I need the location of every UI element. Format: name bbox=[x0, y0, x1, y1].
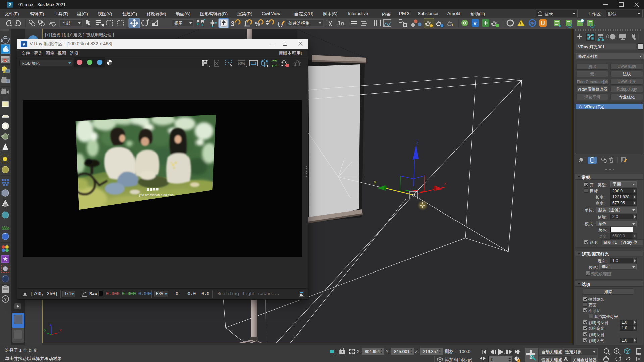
svg-text:z: z bbox=[50, 322, 52, 326]
svg-text:-219.357: -219.357 bbox=[422, 349, 438, 354]
svg-text:设置关键点: 设置关键点 bbox=[541, 358, 562, 362]
svg-text:x: x bbox=[444, 181, 446, 186]
svg-text:yod əmosbnah a əd b'əh: yod əmosbnah a əd b'əh bbox=[139, 193, 174, 197]
svg-text:QR: QR bbox=[529, 21, 535, 25]
svg-text:X:: X: bbox=[357, 349, 361, 354]
svg-text:%: % bbox=[255, 21, 260, 27]
svg-text:栅格 = 100.0: 栅格 = 100.0 bbox=[444, 349, 470, 354]
svg-text:全部: 全部 bbox=[62, 21, 70, 26]
svg-text:50%: 50% bbox=[238, 61, 245, 65]
svg-text:关键点过滤器..: 关键点过滤器.. bbox=[573, 358, 599, 362]
svg-text:-804.654: -804.654 bbox=[363, 349, 380, 354]
svg-text:!: ! bbox=[520, 21, 521, 26]
svg-text:-845.001: -845.001 bbox=[393, 349, 409, 354]
svg-text:y: y bbox=[374, 180, 376, 184]
svg-text:自动关键点: 自动关键点 bbox=[541, 350, 562, 354]
svg-text:Y:: Y: bbox=[386, 349, 390, 354]
svg-text:选定对象: 选定对象 bbox=[565, 350, 582, 354]
svg-text:?: ? bbox=[4, 297, 7, 302]
svg-text:视图: 视图 bbox=[174, 21, 183, 26]
svg-text:U: U bbox=[541, 21, 545, 26]
svg-text:z: z bbox=[416, 140, 418, 145]
svg-text:添加时间标记: 添加时间标记 bbox=[445, 357, 472, 362]
svg-text:y: y bbox=[44, 328, 46, 332]
svg-text:3: 3 bbox=[231, 20, 235, 27]
svg-text:0: 0 bbox=[491, 357, 493, 362]
svg-text:Z:: Z: bbox=[415, 349, 419, 354]
svg-text:V: V bbox=[473, 20, 477, 26]
svg-text:x: x bbox=[60, 328, 62, 332]
svg-text:创建选择集: 创建选择集 bbox=[288, 21, 310, 26]
